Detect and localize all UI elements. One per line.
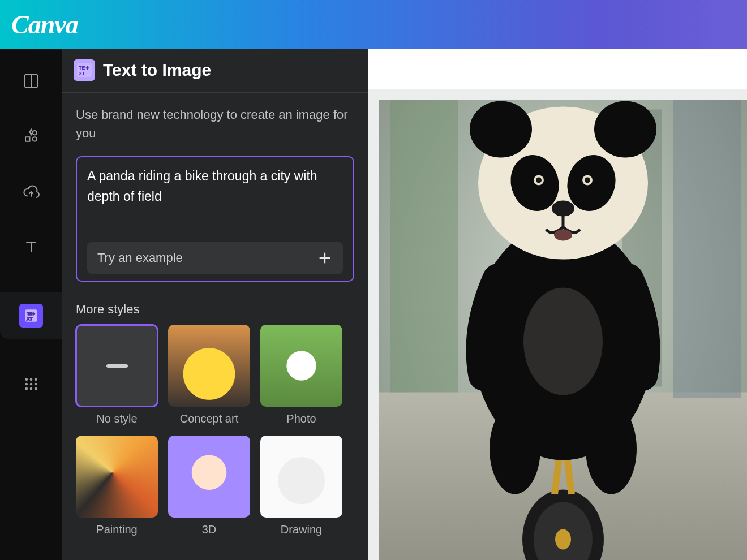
- canva-logo: Canva: [11, 10, 78, 40]
- svg-point-11: [25, 383, 28, 386]
- svg-text:XT: XT: [79, 71, 85, 76]
- style-thumb-photo: [260, 325, 342, 407]
- svg-rect-3: [25, 137, 30, 141]
- left-sidebar: TEXT: [0, 49, 62, 560]
- style-label: Concept art: [180, 412, 238, 425]
- style-label: Drawing: [281, 523, 322, 536]
- panel-header: TEXT Text to Image: [62, 49, 368, 93]
- elements-icon[interactable]: [21, 126, 41, 147]
- prompt-input[interactable]: [87, 166, 343, 233]
- prompt-container: Try an example: [76, 156, 354, 282]
- text-to-image-panel: TEXT Text to Image Use brand new technol…: [62, 49, 368, 560]
- style-label: Photo: [286, 412, 316, 425]
- main-row: TEXT TEXT Text to Image Use brand new te…: [0, 49, 747, 560]
- svg-point-37: [470, 101, 532, 158]
- style-label: Painting: [96, 523, 137, 536]
- svg-point-45: [552, 201, 574, 217]
- styles-heading: More styles: [76, 302, 354, 317]
- svg-text:XT: XT: [27, 316, 32, 321]
- svg-point-43: [536, 178, 542, 183]
- style-grid: No style Concept art Photo Painting 3D: [76, 325, 354, 536]
- panel-description: Use brand new technology to create an im…: [76, 105, 354, 143]
- svg-rect-25: [673, 100, 741, 398]
- svg-text:TE: TE: [27, 311, 32, 316]
- try-example-button[interactable]: Try an example: [87, 242, 343, 274]
- style-label: 3D: [202, 523, 217, 536]
- sidebar-active-wrap: TEXT: [0, 292, 62, 339]
- svg-point-2: [33, 131, 37, 135]
- svg-text:TE: TE: [79, 65, 85, 71]
- style-option-drawing[interactable]: Drawing: [260, 436, 342, 536]
- style-label: No style: [96, 412, 137, 425]
- style-thumb-drawing: [260, 436, 342, 518]
- svg-point-8: [25, 378, 28, 381]
- svg-rect-24: [390, 100, 458, 393]
- style-option-3d[interactable]: 3D: [168, 436, 250, 536]
- panel-title: Text to Image: [103, 61, 211, 80]
- svg-point-16: [35, 387, 37, 390]
- text-icon[interactable]: [21, 237, 41, 257]
- style-thumb-concept-art: [168, 325, 250, 407]
- svg-point-9: [30, 378, 33, 381]
- svg-point-46: [554, 230, 572, 241]
- try-example-label: Try an example: [97, 251, 183, 265]
- templates-icon[interactable]: [21, 71, 41, 91]
- svg-point-15: [30, 387, 33, 390]
- svg-point-35: [523, 288, 603, 395]
- style-option-painting[interactable]: Painting: [76, 436, 158, 536]
- svg-point-13: [35, 383, 37, 386]
- style-thumb-no-style: [76, 325, 158, 407]
- svg-point-14: [25, 387, 28, 390]
- svg-point-4: [33, 137, 37, 141]
- panel-body: Use brand new technology to create an im…: [62, 93, 368, 542]
- style-option-concept-art[interactable]: Concept art: [168, 325, 250, 425]
- svg-point-44: [585, 178, 590, 183]
- uploads-icon[interactable]: [21, 182, 41, 202]
- svg-point-33: [490, 404, 540, 494]
- svg-point-29: [555, 529, 571, 550]
- top-bar: Canva: [0, 0, 747, 49]
- svg-point-12: [30, 383, 33, 386]
- plus-icon: [317, 250, 333, 266]
- svg-point-38: [594, 101, 656, 158]
- style-option-no-style[interactable]: No style: [76, 325, 158, 425]
- style-thumb-painting: [76, 436, 158, 518]
- svg-point-34: [586, 404, 637, 494]
- minus-icon: [106, 364, 128, 368]
- text-to-image-app-icon: TEXT: [74, 59, 95, 81]
- canvas-toolbar-strip: [368, 49, 747, 89]
- style-option-photo[interactable]: Photo: [260, 325, 342, 425]
- apps-icon[interactable]: [21, 374, 41, 394]
- canvas-area: [368, 49, 747, 560]
- svg-point-10: [35, 378, 37, 381]
- generated-image[interactable]: [379, 100, 747, 560]
- style-thumb-3d: [168, 436, 250, 518]
- text-to-image-icon[interactable]: TEXT: [19, 304, 43, 328]
